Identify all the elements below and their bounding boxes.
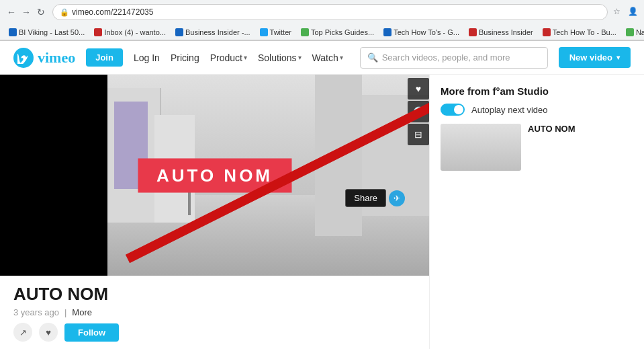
bookmark-label: BI Viking - Last 50...: [19, 28, 85, 36]
nav-pricing[interactable]: Pricing: [171, 52, 199, 63]
thumb-image[interactable]: [441, 124, 521, 171]
back-button[interactable]: ←: [5, 6, 17, 18]
profile-icon[interactable]: 👤: [628, 7, 639, 17]
bookmark-inbox[interactable]: Inbox (4) - wanto...: [91, 28, 169, 37]
nav-watch-label: Watch: [312, 52, 338, 63]
bookmark-label: Business Insider: [479, 28, 533, 36]
right-sidebar: More from f°am Studio Autoplay next vide…: [429, 75, 644, 349]
nav-product[interactable]: Product ▾: [210, 52, 247, 63]
bookmark-tech-howto-bu[interactable]: Tech How To - Bu...: [539, 28, 620, 37]
city-scene: AUTO NOM ♥ 🕐 ⊟ Share ✈: [0, 75, 429, 276]
browser-toolbar: ← → ↻ 🔒 vimeo.com/221472035 ☆ 👤: [0, 0, 644, 24]
nav-login[interactable]: Log In: [134, 52, 160, 63]
like-icon[interactable]: ♥: [408, 78, 429, 100]
solutions-chevron-icon: ▾: [298, 54, 302, 61]
bookmark-label: Inbox (4) - wanto...: [104, 28, 166, 36]
bookmark-label: Namely: [636, 28, 644, 36]
autoplay-toggle[interactable]: [441, 104, 465, 116]
bookmark-favicon: [94, 28, 102, 36]
search-icon: 🔍: [367, 52, 378, 63]
bookmark-label: Tech How To - Bu...: [553, 28, 616, 36]
main-content: AUTO NOM ♥ 🕐 ⊟ Share ✈: [0, 75, 644, 349]
star-icon[interactable]: ☆: [613, 7, 624, 17]
thumb-info: AUTO NOM: [528, 124, 633, 134]
bookmark-top-picks[interactable]: Top Picks Guides...: [297, 28, 377, 37]
meta-separator: |: [64, 307, 66, 317]
video-section: AUTO NOM ♥ 🕐 ⊟ Share ✈: [0, 75, 429, 349]
more-from-title: More from f°am Studio: [441, 85, 633, 97]
share-button[interactable]: Share: [345, 189, 386, 207]
telegram-icon[interactable]: ✈: [389, 190, 405, 206]
thumb-title: AUTO NOM: [528, 124, 633, 134]
thumb-scene: [441, 124, 521, 171]
bookmark-favicon: [301, 28, 309, 36]
video-title-overlay: AUTO NOM: [138, 158, 291, 192]
watch-chevron-icon: ▾: [340, 54, 343, 61]
bookmark-twitter[interactable]: Twitter: [257, 28, 295, 37]
autoplay-row: Autoplay next video: [441, 104, 633, 116]
bookmark-favicon: [260, 28, 268, 36]
building-4: [315, 75, 362, 236]
search-placeholder: Search videos, people, and more: [382, 52, 510, 63]
nav-solutions-label: Solutions: [258, 52, 297, 63]
share-action-icon[interactable]: ↗: [13, 323, 32, 342]
bookmark-namely[interactable]: Namely: [623, 28, 644, 37]
bookmark-bi[interactable]: Business Insider: [465, 28, 537, 37]
new-video-label: New video: [569, 52, 612, 63]
video-age: 3 years ago: [13, 307, 59, 317]
video-meta: 3 years ago | More: [13, 307, 416, 317]
video-actions: ↗ ♥ Follow: [13, 323, 416, 342]
nav-watch[interactable]: Watch ▾: [312, 52, 343, 63]
like-action-icon[interactable]: ♥: [39, 323, 58, 342]
follow-button[interactable]: Follow: [64, 323, 119, 342]
bookmark-tech-howto-g[interactable]: Tech How To's - G...: [380, 28, 463, 37]
url-text: vimeo.com/221472035: [72, 7, 153, 17]
browser-chrome: ← → ↻ 🔒 vimeo.com/221472035 ☆ 👤 BI Vikin…: [0, 0, 644, 41]
forward-button[interactable]: →: [20, 6, 32, 18]
bookmark-favicon: [543, 28, 551, 36]
browser-icons: ☆ 👤: [613, 7, 639, 17]
share-label: Share: [354, 193, 377, 203]
lock-icon: 🔒: [60, 8, 69, 17]
share-button-container: Share ✈: [345, 189, 405, 207]
video-player[interactable]: AUTO NOM ♥ 🕐 ⊟ Share ✈: [0, 75, 429, 276]
black-bar-left: [0, 75, 107, 276]
bookmarks-bar: BI Viking - Last 50... Inbox (4) - wanto…: [0, 24, 644, 40]
address-bar[interactable]: 🔒 vimeo.com/221472035: [52, 4, 608, 20]
nav-solutions[interactable]: Solutions ▾: [258, 52, 302, 63]
bookmark-favicon: [175, 28, 183, 36]
bookmark-label: Twitter: [270, 28, 291, 36]
nav-product-label: Product: [210, 52, 242, 63]
bookmark-favicon: [469, 28, 477, 36]
video-main-title: AUTO NOM: [13, 284, 416, 305]
more-link[interactable]: More: [72, 307, 92, 317]
nav-buttons: ← → ↻: [5, 6, 47, 18]
video-side-icons: ♥ 🕐 ⊟: [408, 78, 429, 145]
sidebar-thumbnail: AUTO NOM: [441, 124, 633, 171]
video-info: AUTO NOM 3 years ago | More ↗ ♥ Follow: [0, 276, 429, 349]
header-nav: Log In Pricing Product ▾ Solutions ▾ Wat…: [134, 52, 349, 63]
reload-button[interactable]: ↻: [35, 6, 47, 18]
bookmark-favicon: [626, 28, 634, 36]
new-video-button[interactable]: New video ▾: [559, 47, 631, 68]
bookmark-favicon: [383, 28, 392, 36]
toggle-knob: [454, 105, 463, 114]
bookmark-bi-viking[interactable]: BI Viking - Last 50...: [5, 28, 88, 37]
vimeo-logo[interactable]: vimeo: [13, 48, 75, 68]
bookmark-label: Tech How To's - G...: [394, 28, 459, 36]
vimeo-header: vimeo Join Log In Pricing Product ▾ Solu…: [0, 41, 644, 75]
watchlater-icon[interactable]: 🕐: [408, 101, 429, 122]
bookmark-label: Business Insider -...: [185, 28, 250, 36]
search-bar[interactable]: 🔍 Search videos, people, and more: [360, 47, 548, 69]
bookmark-business-insider[interactable]: Business Insider -...: [172, 28, 254, 37]
vimeo-logo-icon: [13, 48, 34, 68]
collections-icon[interactable]: ⊟: [408, 124, 429, 145]
new-video-dropdown-icon: ▾: [616, 54, 620, 61]
bookmark-favicon: [9, 28, 17, 36]
bookmark-label: Top Picks Guides...: [311, 28, 374, 36]
vimeo-logo-text: vimeo: [38, 49, 75, 67]
product-chevron-icon: ▾: [244, 54, 247, 61]
join-button[interactable]: Join: [86, 48, 123, 67]
autoplay-label: Autoplay next video: [471, 105, 547, 115]
